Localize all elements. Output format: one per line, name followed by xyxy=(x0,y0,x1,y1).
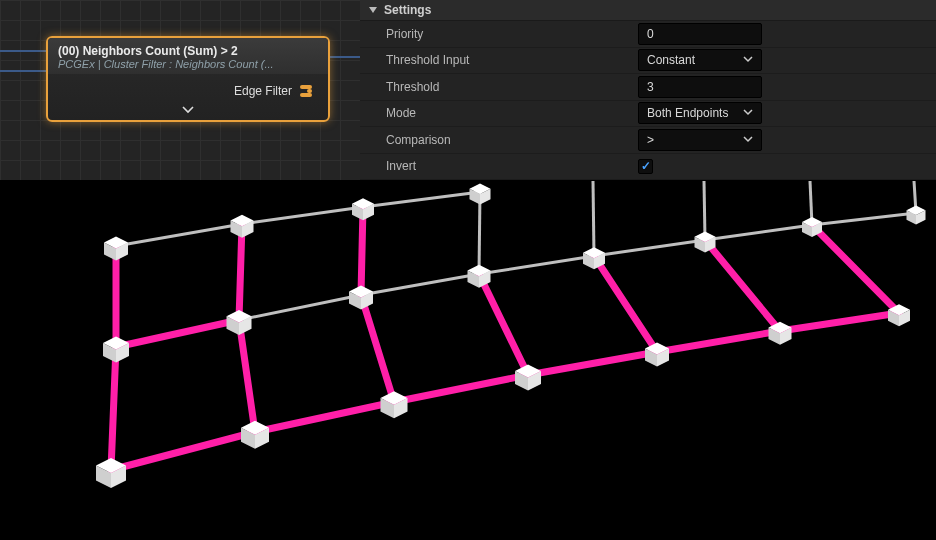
comparison-dropdown[interactable]: > xyxy=(638,129,762,151)
dropdown-value: Both Endpoints xyxy=(647,106,728,120)
priority-input[interactable] xyxy=(638,23,762,45)
svg-line-32 xyxy=(361,295,394,402)
svg-line-17 xyxy=(704,181,705,240)
svg-line-29 xyxy=(361,207,363,295)
dropdown-value: > xyxy=(647,133,654,147)
threshold-input-dropdown[interactable]: Constant xyxy=(638,49,762,71)
svg-line-26 xyxy=(116,320,239,347)
svg-line-22 xyxy=(394,375,528,402)
svg-line-31 xyxy=(239,320,255,432)
svg-line-35 xyxy=(705,240,780,331)
node-title: (00) Neighbors Count (Sum) > 2 xyxy=(58,44,318,58)
threshold-input-field[interactable] xyxy=(638,76,762,98)
svg-line-16 xyxy=(593,181,594,256)
svg-line-33 xyxy=(479,274,528,375)
settings-section-header[interactable]: Settings xyxy=(360,0,936,21)
node-output-pin[interactable]: Edge Filter xyxy=(58,82,318,100)
svg-line-21 xyxy=(255,402,394,432)
svg-line-11 xyxy=(479,256,594,274)
mode-dropdown[interactable]: Both Endpoints xyxy=(638,102,762,124)
chevron-down-icon xyxy=(743,136,753,144)
pin-data-icon xyxy=(300,84,318,98)
details-panel: Settings Priority Threshold Input Consta… xyxy=(360,0,936,180)
svg-line-23 xyxy=(528,352,657,375)
svg-line-12 xyxy=(594,240,705,256)
graph-wire xyxy=(330,56,360,58)
section-title: Settings xyxy=(384,3,431,17)
node-subtitle: PCGEx | Cluster Filter : Neighbors Count… xyxy=(58,58,318,70)
label-threshold: Threshold xyxy=(360,80,638,94)
disclosure-triangle-icon xyxy=(368,5,378,15)
svg-rect-1 xyxy=(300,93,312,97)
chevron-down-icon xyxy=(182,106,194,114)
graph-node[interactable]: (00) Neighbors Count (Sum) > 2 PCGEx | C… xyxy=(46,36,330,122)
dropdown-value: Constant xyxy=(647,53,695,67)
row-invert: Invert xyxy=(360,154,936,181)
svg-line-36 xyxy=(812,225,899,313)
node-expand-button[interactable] xyxy=(48,104,328,120)
label-threshold-input: Threshold Input xyxy=(360,53,638,67)
label-mode: Mode xyxy=(360,106,638,120)
invert-checkbox[interactable] xyxy=(638,159,653,174)
svg-line-6 xyxy=(116,224,242,246)
row-comparison: Comparison > xyxy=(360,127,936,154)
svg-rect-0 xyxy=(300,85,312,89)
label-priority: Priority xyxy=(360,27,638,41)
row-priority: Priority xyxy=(360,21,936,48)
svg-rect-2 xyxy=(307,89,312,93)
svg-line-8 xyxy=(363,192,480,207)
svg-line-24 xyxy=(657,331,780,352)
chevron-down-icon xyxy=(743,109,753,117)
node-body: Edge Filter xyxy=(48,74,328,104)
row-threshold: Threshold xyxy=(360,74,936,101)
label-comparison: Comparison xyxy=(360,133,638,147)
svg-line-25 xyxy=(780,313,899,331)
graph-editor[interactable]: (00) Neighbors Count (Sum) > 2 PCGEx | C… xyxy=(0,0,360,180)
svg-line-30 xyxy=(111,347,116,470)
svg-line-10 xyxy=(361,274,479,295)
svg-line-34 xyxy=(594,256,657,352)
node-header[interactable]: (00) Neighbors Count (Sum) > 2 PCGEx | C… xyxy=(48,38,328,74)
svg-line-7 xyxy=(242,207,363,224)
chevron-down-icon xyxy=(743,56,753,64)
svg-line-13 xyxy=(705,225,812,240)
row-threshold-input: Threshold Input Constant xyxy=(360,48,936,75)
svg-line-14 xyxy=(812,213,916,225)
svg-line-28 xyxy=(239,224,242,320)
svg-line-9 xyxy=(239,295,361,320)
graph-wire xyxy=(0,70,46,72)
label-invert: Invert xyxy=(360,159,638,173)
pin-label: Edge Filter xyxy=(234,84,292,98)
row-mode: Mode Both Endpoints xyxy=(360,101,936,128)
graph-wire xyxy=(0,50,46,52)
svg-line-20 xyxy=(111,432,255,470)
viewport-render xyxy=(0,180,936,540)
viewport-3d[interactable] xyxy=(0,180,936,540)
